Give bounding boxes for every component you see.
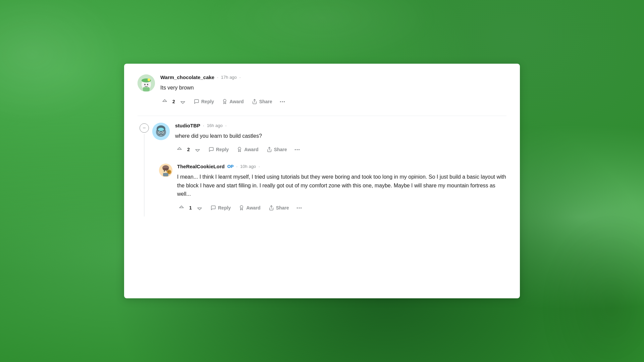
svg-rect-19	[160, 135, 160, 135]
upvote-button[interactable]	[177, 203, 186, 212]
award-button[interactable]: Award	[233, 145, 262, 154]
award-button[interactable]: Award	[235, 203, 264, 213]
svg-rect-21	[162, 135, 162, 135]
vote-count: 2	[171, 99, 176, 104]
action-bar: 2 Reply	[175, 145, 506, 154]
username: TheRealCookieLord	[177, 164, 225, 169]
svg-rect-3	[143, 87, 150, 91]
vote-group: 2	[175, 145, 202, 154]
vote-count: 1	[188, 205, 193, 210]
username: studioTBP	[175, 123, 200, 128]
thread-line	[144, 134, 145, 217]
share-label: Share	[276, 205, 289, 210]
action-bar: 1 Reply	[177, 203, 506, 213]
divider	[138, 116, 506, 116]
reply-button[interactable]: Reply	[205, 145, 232, 154]
collapse-thread-button[interactable]: −	[140, 123, 149, 133]
username: Warm_chocolate_cake	[160, 74, 214, 80]
comment-header: studioTBP · 16h ago ·	[175, 123, 506, 128]
share-button[interactable]: Share	[265, 203, 292, 213]
svg-rect-20	[161, 135, 161, 135]
svg-point-28	[164, 170, 165, 172]
svg-point-33	[169, 171, 170, 172]
svg-rect-35	[163, 173, 168, 176]
timestamp: 10h ago	[240, 164, 256, 169]
vote-group: 1	[177, 203, 204, 212]
reply-row: TheRealCookieLord OP · 10h ago · I mean.…	[159, 164, 506, 213]
comment-text: Its very brown	[160, 83, 506, 92]
avatar	[152, 123, 170, 140]
more-options-button[interactable]: ···	[294, 203, 305, 213]
reply-button[interactable]: Reply	[191, 97, 217, 106]
svg-point-17	[162, 132, 163, 133]
comment-header: TheRealCookieLord OP · 10h ago ·	[177, 164, 506, 169]
award-button[interactable]: Award	[219, 97, 247, 106]
svg-point-32	[168, 171, 169, 172]
share-button[interactable]: Share	[263, 145, 290, 154]
award-label: Award	[229, 99, 244, 104]
downvote-button[interactable]	[193, 145, 202, 154]
vote-group: 2	[160, 97, 187, 106]
share-label: Share	[259, 99, 272, 104]
comment-text: where did you learn to build castles?	[175, 132, 506, 140]
svg-point-34	[168, 172, 169, 173]
more-options-button[interactable]: ···	[277, 97, 288, 106]
upvote-button[interactable]	[175, 145, 184, 154]
comment-body: studioTBP · 16h ago · where did you lear…	[175, 123, 506, 155]
timestamp: 16h ago	[207, 123, 223, 128]
svg-point-6	[144, 84, 146, 85]
share-label: Share	[274, 147, 287, 152]
comment-body: Warm_chocolate_cake · 17h ago · Its very…	[160, 74, 506, 106]
svg-point-16	[159, 132, 160, 133]
downvote-button[interactable]	[195, 203, 204, 212]
vote-count: 2	[186, 147, 191, 152]
avatar	[159, 164, 172, 177]
share-button[interactable]: Share	[249, 97, 276, 106]
comment-2-area: studioTBP · 16h ago · where did you lear…	[152, 123, 506, 217]
action-bar: 2 Reply	[160, 97, 506, 106]
svg-point-13	[158, 128, 164, 131]
comment-header: Warm_chocolate_cake · 17h ago ·	[160, 74, 506, 80]
comment-thread: −	[138, 123, 506, 217]
reply-label: Reply	[218, 205, 231, 210]
award-label: Award	[244, 147, 259, 152]
comments-card: Warm_chocolate_cake · 17h ago · Its very…	[124, 64, 520, 298]
op-badge: OP	[227, 164, 234, 169]
more-options-button[interactable]: ···	[292, 145, 303, 154]
svg-point-5	[148, 78, 150, 81]
award-label: Award	[246, 205, 261, 210]
downvote-button[interactable]	[178, 97, 187, 106]
comment-body: TheRealCookieLord OP · 10h ago · I mean.…	[177, 164, 506, 213]
upvote-button[interactable]	[160, 97, 169, 106]
reply-label: Reply	[201, 99, 214, 104]
svg-rect-27	[163, 168, 168, 170]
reply-button[interactable]: Reply	[207, 203, 234, 213]
avatar	[138, 74, 155, 92]
svg-point-7	[147, 84, 148, 85]
reply-label: Reply	[216, 147, 229, 152]
comment-row: Warm_chocolate_cake · 17h ago · Its very…	[138, 74, 506, 106]
timestamp: 17h ago	[221, 75, 237, 80]
comment-row: studioTBP · 16h ago · where did you lear…	[152, 123, 506, 155]
comment-text: I mean... I think I learnt myself, I tri…	[177, 173, 506, 198]
thread-line-col: −	[138, 123, 151, 217]
